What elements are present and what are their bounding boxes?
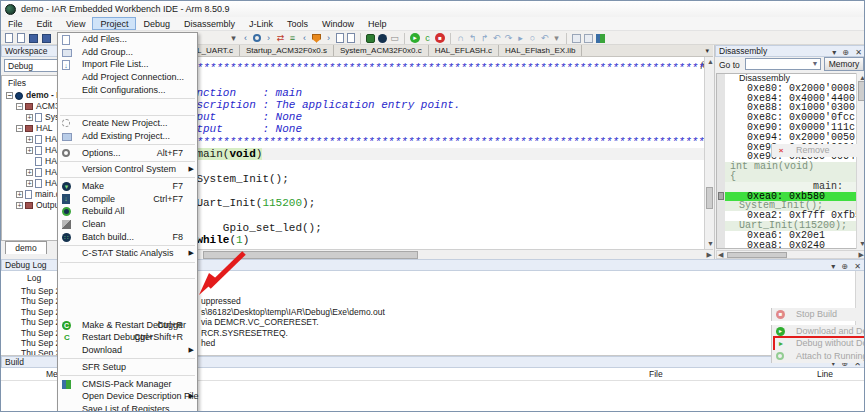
workspace-tab-demo[interactable]: demo <box>5 241 47 254</box>
editor-tab-system-acm32f0x0-c[interactable]: System_ACM32F0x0.c <box>334 45 429 56</box>
memory-view-icon[interactable] <box>584 34 593 43</box>
scroll-thumb[interactable] <box>706 187 713 209</box>
new-file-icon[interactable] <box>5 33 13 43</box>
compile-icon[interactable] <box>378 34 387 43</box>
scroll-thumb[interactable] <box>203 251 418 259</box>
menubar-item-debug[interactable]: Debug <box>136 17 177 30</box>
menu-item-attach-to-running-target[interactable]: Attach to Running Target <box>771 350 865 363</box>
tree-expander-icon[interactable]: + <box>16 191 23 198</box>
menubar-item-view[interactable]: View <box>59 17 92 30</box>
editor-vertical-scrollbar[interactable]: ▲ ▼ <box>704 57 713 249</box>
menu-item-create-new-project-[interactable]: Create New Project... <box>58 117 197 130</box>
tree-expander-icon[interactable]: + <box>26 180 33 187</box>
menu-item-compile[interactable]: ↓CompileCtrl+F7 <box>58 193 197 206</box>
more-caret-icon[interactable]: ▾ <box>552 32 561 44</box>
run-icon[interactable]: ▸ <box>516 32 525 44</box>
editor-tab-hal-eflash-c[interactable]: HAL_EFLASH.c <box>429 45 499 56</box>
tree-expander-icon[interactable]: − <box>16 125 23 132</box>
tree-expander-icon[interactable]: + <box>26 147 33 154</box>
detach-icon[interactable]: ▭ <box>390 32 399 44</box>
scroll-thumb[interactable] <box>727 252 787 258</box>
find-next-icon[interactable]: › <box>264 32 273 44</box>
download-debug-icon[interactable]: ▸ <box>410 33 420 43</box>
next-doc-icon[interactable] <box>347 33 355 43</box>
menubar-item-tools[interactable]: Tools <box>280 17 315 30</box>
tab-overflow-icon[interactable]: ▾ <box>705 45 709 57</box>
scroll-down-icon[interactable]: ▼ <box>859 239 865 249</box>
column-line[interactable]: Line <box>817 369 833 379</box>
redo-nav-icon[interactable]: ↷ <box>504 32 513 44</box>
reset-icon[interactable]: ↶ <box>540 32 549 44</box>
menu-item-clean[interactable]: Clean <box>58 218 197 231</box>
tree-expander-icon[interactable]: + <box>26 114 33 121</box>
menu-item-add-group-[interactable]: Add Group... <box>58 46 197 59</box>
stack-view-icon[interactable] <box>572 34 581 43</box>
tree-expander-icon[interactable]: + <box>26 169 33 176</box>
code-area[interactable]: ****************************************… <box>118 57 704 249</box>
menubar-item-disassembly[interactable]: Disassembly <box>177 17 242 30</box>
menu-item-version-control-system[interactable]: Version Control System▶ <box>58 163 197 176</box>
editor-horizontal-scrollbar[interactable]: ◀ ▶ <box>118 249 713 259</box>
tree-expander-icon[interactable]: + <box>16 202 23 209</box>
undo-nav-icon[interactable]: ↶ <box>492 32 501 44</box>
open-file-icon[interactable] <box>17 33 25 43</box>
tree-expander-icon[interactable]: − <box>6 92 13 99</box>
menu-item-debug-without-downloading[interactable]: ▸Debug without Downloading <box>771 337 865 350</box>
menu-item-rebuild-all[interactable]: Rebuild All <box>58 205 197 218</box>
menu-item-add-project-connection-[interactable]: Add Project Connection... <box>58 71 197 84</box>
disassembly-horizontal-scrollbar[interactable]: ◀ ▶ <box>716 250 865 259</box>
memory-button[interactable]: Memory <box>824 57 864 71</box>
tree-expander-icon[interactable]: + <box>26 136 33 143</box>
menu-item-open-device-description-file[interactable]: Open Device Description File▶ <box>58 390 197 403</box>
menu-item-add-existing-project-[interactable]: Add Existing Project... <box>58 130 197 143</box>
find-prev-icon[interactable]: ‹ <box>241 32 250 44</box>
prev-bookmark-icon[interactable]: ‹ <box>300 32 309 44</box>
cmsis-pack-icon[interactable] <box>596 34 605 43</box>
menu-item-options-[interactable]: Options...Alt+F7 <box>58 147 197 160</box>
combo-caret-icon[interactable]: ▾ <box>229 32 238 44</box>
menubar-item-project[interactable]: Project <box>92 17 136 30</box>
chevron-down-icon[interactable]: ▼ <box>810 59 820 69</box>
run-to-cursor-icon[interactable]: ○ <box>528 32 537 44</box>
editor-tab-hal-eflash-ex-lib[interactable]: HAL_EFlash_EX.lib <box>499 45 582 56</box>
prev-doc-icon[interactable] <box>336 33 344 43</box>
menubar-item-file[interactable]: File <box>1 17 30 30</box>
swap-icon[interactable]: ⇄ <box>276 32 285 44</box>
next-bookmark-icon[interactable]: › <box>324 32 333 44</box>
menu-item-c-stat-static-analysis[interactable]: C-STAT Static Analysis▶ <box>58 247 197 260</box>
menu-item-remove[interactable]: ×Remove <box>771 144 865 157</box>
make-icon[interactable] <box>366 34 375 43</box>
scroll-up-icon[interactable]: ▲ <box>707 57 714 67</box>
menu-item-import-file-list-[interactable]: ↓Import File List... <box>58 58 197 71</box>
debug-without-download-icon[interactable]: c <box>423 32 432 44</box>
menubar-item-help[interactable]: Help <box>361 17 394 30</box>
menubar-item-edit[interactable]: Edit <box>30 17 60 30</box>
menubar-item-window[interactable]: Window <box>315 17 361 30</box>
menu-item-stop-build[interactable]: ■Stop BuildCtrl+Break <box>771 308 865 321</box>
menu-item-download-and-debug[interactable]: ▸Download and DebugCtrl+D <box>771 325 865 338</box>
search-icon[interactable] <box>253 34 261 42</box>
menu-item-make-restart-debugger[interactable]: CMake & Restart DebuggerCtrl+R <box>58 319 197 332</box>
step-out-icon[interactable]: ↱ <box>480 32 489 44</box>
disassembly-body[interactable]: Disassembly0xe80: 0x2000'00080xe84: 0x40… <box>716 73 865 249</box>
tree-expander-icon[interactable]: − <box>16 103 23 110</box>
trace-icon[interactable]: ≡ <box>288 32 297 44</box>
menu-item-save-list-of-registers-[interactable]: Save List of Registers... <box>58 403 197 412</box>
menu-item-download[interactable]: Download▶ <box>58 344 197 357</box>
disassembly-vertical-scrollbar[interactable]: ▲ ▼ <box>856 73 865 249</box>
menubar-item-j-link[interactable]: J-Link <box>242 17 280 30</box>
breakpoint-shield-icon[interactable] <box>312 34 321 43</box>
save-all-icon[interactable] <box>42 34 51 43</box>
step-into-icon[interactable]: ∩ <box>456 32 465 44</box>
scroll-down-icon[interactable]: ▼ <box>707 239 714 249</box>
editor-tab-startup-acm32f0x0-s[interactable]: Startup_ACM32F0x0.s <box>240 45 334 56</box>
stop-debug-icon[interactable]: ■ <box>435 33 445 43</box>
menu-item-edit-configurations-[interactable]: Edit Configurations... <box>58 84 197 97</box>
goto-input[interactable]: ▼ <box>745 58 821 70</box>
menu-item-add-files-[interactable]: Add Files... <box>58 33 197 46</box>
step-over-icon[interactable]: ↰ <box>468 32 477 44</box>
column-file[interactable]: File <box>649 369 663 379</box>
menu-item-make[interactable]: ▾MakeF7 <box>58 180 197 193</box>
menu-item-sfr-setup[interactable]: SFR Setup <box>58 361 197 374</box>
menu-item-cmsis-pack-manager[interactable]: CMSIS-Pack Manager <box>58 378 197 391</box>
